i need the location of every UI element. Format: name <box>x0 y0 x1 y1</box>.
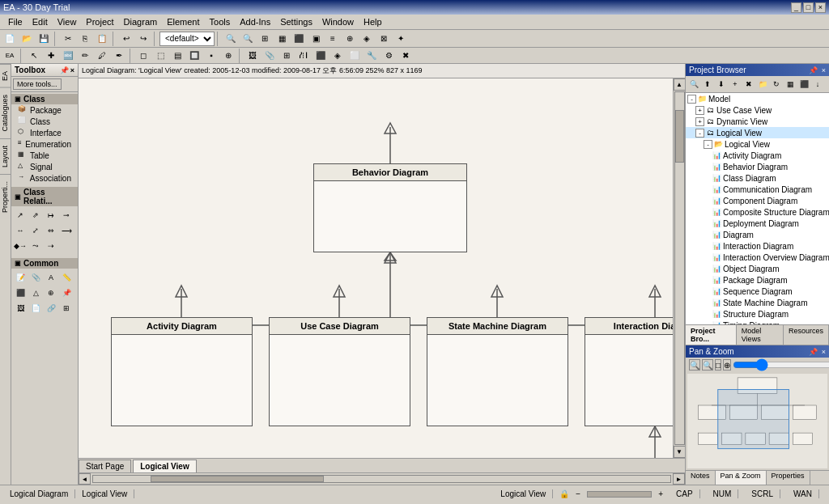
tab-start-page[interactable]: Start Page <box>79 460 131 472</box>
toolbox-association[interactable]: → Association <box>11 172 78 184</box>
zoom-out-btn[interactable]: 🔍 <box>702 359 713 371</box>
dtb-btn4[interactable]: 🔤 <box>60 49 76 63</box>
side-tab-properties[interactable]: Properti... <box>0 174 11 219</box>
menu-settings[interactable]: Settings <box>275 15 317 28</box>
tb-btn8[interactable]: ≡ <box>325 32 341 46</box>
toolbox-class[interactable]: ⬜ Class <box>11 116 78 127</box>
tb-new-button[interactable]: 📄 <box>2 32 18 46</box>
tree-activity[interactable]: 📊 Activity Diagram <box>686 150 829 161</box>
tree-communication[interactable]: 📊 Communication Diagram <box>686 184 829 195</box>
side-tab-layout[interactable]: Layout <box>0 138 11 174</box>
browser-tb4[interactable]: + <box>729 78 742 91</box>
tree-lv-toggle[interactable]: - <box>695 129 704 138</box>
common-tool1[interactable]: 📝 <box>13 270 28 285</box>
browser-close-button[interactable]: × <box>822 66 826 74</box>
menu-tools[interactable]: Tools <box>205 15 236 28</box>
menu-help[interactable]: Help <box>359 15 387 28</box>
tb-zoom-in-button[interactable]: 🔍 <box>223 32 239 46</box>
tool-arrow5[interactable]: ↔ <box>13 223 28 238</box>
menu-view[interactable]: View <box>53 15 82 28</box>
toolbox-signal[interactable]: △ Signal <box>11 161 78 172</box>
tree-ucv-toggle[interactable]: + <box>695 106 704 115</box>
common-section-header[interactable]: Common <box>11 258 78 269</box>
menu-addins[interactable]: Add-Ins <box>235 15 275 28</box>
dtb-btn21[interactable]: 🔧 <box>363 49 380 63</box>
toolbox-package[interactable]: 📦 Package <box>11 104 78 116</box>
dtb-btn6[interactable]: 🖊 <box>94 49 110 63</box>
tb-btn12[interactable]: ✦ <box>393 32 409 46</box>
toolbox-close[interactable]: × <box>70 66 74 74</box>
toolbox-pin[interactable]: 📌 <box>60 66 69 74</box>
dtb-btn1[interactable]: EA <box>2 49 18 63</box>
browser-tb8[interactable]: ▦ <box>784 78 797 91</box>
tool-realize[interactable]: ⇢ <box>44 239 58 253</box>
browser-tb7[interactable]: ↻ <box>770 78 783 91</box>
tree-structure[interactable]: 📊 Structure Diagram <box>686 308 829 320</box>
menu-element[interactable]: Element <box>162 15 204 28</box>
dtb-btn10[interactable]: ▤ <box>169 49 185 63</box>
common-tool11[interactable]: 🔗 <box>44 301 58 316</box>
tool-arrow7[interactable]: ⇔ <box>44 223 58 238</box>
minimize-button[interactable]: _ <box>791 2 801 13</box>
tree-interaction-overview[interactable]: 📊 Interaction Overview Diagram <box>686 252 829 263</box>
tree-object[interactable]: 📊 Object Diagram <box>686 263 829 274</box>
tool-arrow2[interactable]: ⇗ <box>28 208 43 222</box>
dtb-btn3[interactable]: ✚ <box>43 49 59 63</box>
dtb-btn23[interactable]: ✖ <box>397 49 414 63</box>
zoom-reset-btn[interactable]: ⊕ <box>723 359 731 371</box>
toolbox-enumeration[interactable]: ≡ Enumeration <box>11 138 78 150</box>
tree-statemachine[interactable]: 📊 State Machine Diagram <box>686 297 829 308</box>
tb-copy-button[interactable]: ⎘ <box>77 32 93 46</box>
tree-sequence[interactable]: 📊 Sequence Diagram <box>686 286 829 297</box>
menu-project[interactable]: Project <box>81 15 118 28</box>
common-tool9[interactable]: 🖼 <box>13 301 28 316</box>
browser-tb3[interactable]: ⬇ <box>715 78 728 91</box>
maximize-button[interactable]: □ <box>803 2 814 13</box>
tool-arrow1[interactable]: ↗ <box>13 208 28 222</box>
dtb-btn5[interactable]: ✏ <box>77 49 93 63</box>
dtb-btn22[interactable]: ⚙ <box>380 49 397 63</box>
tb-btn7[interactable]: ▣ <box>308 32 324 46</box>
tree-model-toggle[interactable]: - <box>687 95 696 104</box>
dtb-btn7[interactable]: ✒ <box>111 49 127 63</box>
tb-redo-button[interactable]: ↪ <box>135 32 151 46</box>
tool-depend[interactable]: ⤳ <box>28 239 43 253</box>
dtb-btn8[interactable]: ◻ <box>135 49 151 63</box>
tree-deployment[interactable]: 📊 Deployment Diagram <box>686 218 829 229</box>
tool-arrow4[interactable]: ⊸ <box>59 208 74 222</box>
tab-logical-view[interactable]: Logical View <box>133 460 196 472</box>
pan-zoom-minimap[interactable] <box>687 374 827 468</box>
h-scroll-thumb[interactable] <box>151 476 324 482</box>
common-tool3[interactable]: A <box>44 270 58 285</box>
tree-behavior[interactable]: 📊 Behavior Diagram <box>686 161 829 172</box>
scroll-up-button[interactable]: ▲ <box>674 78 686 91</box>
rbt-notes[interactable]: Notes <box>686 471 716 485</box>
tree-dynamic-view[interactable]: + 🗂 Dynamic View <box>686 116 829 127</box>
zoom-in-btn[interactable]: 🔍 <box>689 359 700 371</box>
dtb-btn12[interactable]: ▪ <box>203 49 219 63</box>
tb-btn9[interactable]: ⊕ <box>342 32 358 46</box>
common-tool10[interactable]: 📄 <box>28 301 43 316</box>
tb-undo-button[interactable]: ↩ <box>118 32 134 46</box>
dtb-btn2[interactable]: ↖ <box>26 49 42 63</box>
side-tab-ea[interactable]: EA <box>0 64 11 87</box>
dtb-btn13[interactable]: ⊕ <box>220 49 236 63</box>
tree-lv-inner[interactable]: - 📂 Logical View <box>686 138 829 150</box>
scroll-right-button[interactable]: ► <box>673 473 685 485</box>
tree-interaction[interactable]: 📊 Interaction Diagram <box>686 240 829 252</box>
close-button[interactable]: × <box>815 2 826 13</box>
tool-arrow8[interactable]: ⟶ <box>59 223 74 238</box>
tool-compose[interactable]: ◆→ <box>13 239 28 253</box>
rbt-panzoom[interactable]: Pan & Zoom <box>716 471 767 485</box>
panzoom-pin[interactable]: 📌 <box>809 348 818 356</box>
project-tree[interactable]: - 📁 Model + 🗂 Use Case View + 🗂 Dynamic … <box>686 93 829 324</box>
tool-arrow6[interactable]: ⤢ <box>28 223 43 238</box>
panzoom-close[interactable]: × <box>822 348 826 356</box>
dtb-btn17[interactable]: ⛙ <box>295 49 312 63</box>
tb-btn6[interactable]: ⬛ <box>291 32 307 46</box>
tree-package[interactable]: 📊 Package Diagram <box>686 274 829 286</box>
browser-tb1[interactable]: 🔍 <box>687 78 700 91</box>
tree-model[interactable]: - 📁 Model <box>686 93 829 104</box>
tree-usecase-view[interactable]: + 🗂 Use Case View <box>686 104 829 116</box>
tb-btn11[interactable]: ⊠ <box>376 32 392 46</box>
